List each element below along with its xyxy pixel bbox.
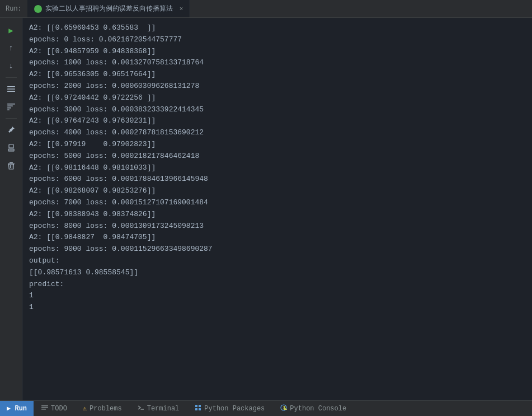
output-line: A2: [[0.97240442 0.9722256 ]] — [29, 92, 525, 104]
output-line: A2: [[0.9848827 0.98474705]] — [29, 232, 525, 244]
output-line: A2: [[0.97647243 0.97630231]] — [29, 115, 525, 127]
svg-rect-9 — [9, 150, 13, 151]
output-line: A2: [[0.98268007 0.98253276]] — [29, 185, 525, 197]
tab-close-button[interactable]: × — [180, 6, 183, 12]
output-line: epochs: 6000 loss: 0.0001788​461​3966145… — [29, 174, 525, 185]
problems-icon: ⚠ — [83, 404, 87, 413]
todo-icon — [41, 404, 48, 413]
svg-rect-14 — [41, 405, 48, 406]
output-line: A2: [[0.94857959 0.94838368]] — [29, 46, 525, 58]
svg-rect-21 — [199, 405, 201, 407]
svg-text:🐍: 🐍 — [283, 405, 288, 410]
run-button[interactable]: ▶ — [3, 22, 19, 38]
output-line: [[0.98571613 0.98558545]] — [29, 267, 525, 279]
bottom-bar: ▶ Run TODO ⚠ Problems Terminal — [0, 400, 532, 416]
todo-label: TODO — [51, 405, 67, 413]
output-line: epochs: 4000 loss: 0.0002787​8181536​902… — [29, 127, 525, 139]
terminal-icon — [138, 404, 144, 413]
output-line: output: — [29, 255, 525, 267]
svg-rect-6 — [7, 110, 10, 111]
left-toolbar: ▶ ↑ ↓ — [0, 18, 22, 400]
output-line: A2: [[0.97919 0.97902823]] — [29, 139, 525, 151]
output-line: 1 — [29, 290, 525, 302]
active-tab[interactable]: 实验二以人事招聘为例的误差反向传播算法 × — [27, 0, 191, 17]
svg-rect-0 — [7, 86, 15, 87]
todo-tab[interactable]: TODO — [34, 401, 75, 416]
output-line: A2: [[0.65960453 0.635583 ]] — [29, 22, 525, 34]
python-console-icon: 🐍 — [280, 404, 287, 413]
bottom-run-button[interactable]: ▶ Run — [0, 401, 34, 416]
output-line: epochs: 3000 loss: 0.0003832333922414345 — [29, 104, 525, 116]
problems-label: Problems — [90, 405, 122, 413]
svg-rect-18 — [195, 408, 197, 410]
python-packages-icon — [195, 404, 201, 413]
output-line: epochs: 5000 loss: 0.0002182​178​4646241… — [29, 151, 525, 162]
output-line: 1 — [29, 302, 525, 314]
content-area: A2: [[0.65960453 0.635583 ]]epochs: 0 lo… — [22, 18, 532, 400]
print-button[interactable] — [3, 140, 19, 156]
toolbar-separator-1 — [6, 77, 17, 78]
svg-rect-3 — [7, 104, 15, 105]
python-console-tab[interactable]: 🐍 Python Console — [272, 401, 354, 416]
terminal-tab[interactable]: Terminal — [130, 401, 187, 416]
tab-python-icon — [34, 5, 42, 13]
toolbar-separator-2 — [6, 118, 17, 119]
output-line: epochs: 9000 loss: 0.0001152​96633498690… — [29, 244, 525, 255]
output-line: epochs: 2000 loss: 0.0006030​96268131278 — [29, 81, 525, 92]
output-line: A2: [[0.96536305 0.96517664]] — [29, 69, 525, 81]
terminal-label: Terminal — [147, 405, 180, 413]
svg-rect-16 — [41, 409, 46, 410]
svg-rect-2 — [7, 91, 15, 92]
problems-tab[interactable]: ⚠ Problems — [75, 401, 130, 416]
output-line: predict: — [29, 279, 525, 291]
svg-rect-15 — [41, 406, 48, 408]
scroll-up-button[interactable]: ↑ — [3, 40, 19, 56]
svg-rect-5 — [7, 107, 11, 109]
output-line: epochs: 8000 loss: 0.00013091​7324509821… — [29, 221, 525, 232]
svg-rect-4 — [7, 106, 13, 107]
python-console-label: Python Console — [290, 405, 346, 413]
svg-rect-20 — [195, 405, 197, 407]
svg-rect-11 — [10, 162, 13, 163]
main-layout: ▶ ↑ ↓ — [0, 18, 532, 400]
settings-button[interactable] — [3, 81, 19, 97]
output-line: epochs: 7000 loss: 0.0001512​71071690014… — [29, 197, 525, 209]
output-line: A2: [[0.98116448 0.98101033]] — [29, 162, 525, 174]
tab-title: 实验二以人事招聘为例的误差反向传播算法 — [45, 4, 173, 13]
tab-bar: Run: 实验二以人事招聘为例的误差反向传播算法 × — [0, 0, 532, 18]
delete-button[interactable] — [3, 158, 19, 174]
svg-rect-8 — [9, 144, 13, 148]
output-line: A2: [[0.98388943 0.98374826]] — [29, 209, 525, 221]
sort-button[interactable] — [3, 99, 19, 115]
output-line: epochs: 0 loss: 0.06216720544757777 — [29, 34, 525, 46]
svg-rect-1 — [7, 88, 15, 90]
scroll-down-button[interactable]: ↓ — [3, 58, 19, 74]
run-label: Run: — [0, 0, 27, 17]
output-line: epochs: 1000 loss: 0.001327075813371876​… — [29, 57, 525, 69]
svg-rect-19 — [199, 408, 201, 410]
python-packages-label: Python Packages — [204, 405, 265, 413]
output-panel[interactable]: A2: [[0.65960453 0.635583 ]]epochs: 0 lo… — [22, 18, 532, 400]
pin-button[interactable] — [3, 122, 19, 138]
python-packages-tab[interactable]: Python Packages — [187, 401, 272, 416]
